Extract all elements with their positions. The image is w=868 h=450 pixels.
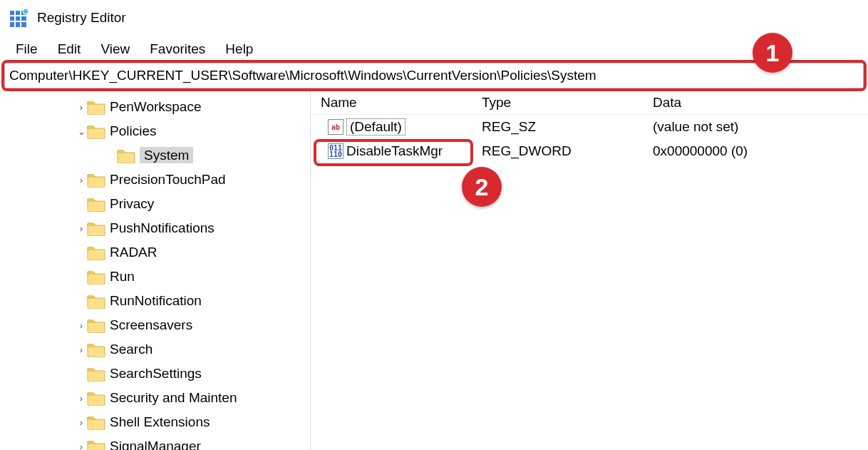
list-row-disabletaskmgr[interactable]: 011 110DisableTaskMgrREG_DWORD0x00000000… (311, 139, 868, 163)
tree-item-pushnotifications[interactable]: ›PushNotifications (0, 216, 310, 240)
list-header: Name Type Data (311, 91, 868, 115)
value-name: (Default) (346, 118, 405, 135)
tree-item-privacy[interactable]: Privacy (0, 192, 310, 216)
tree-item-label: Run (110, 269, 135, 285)
address-bar[interactable]: Computer\HKEY_CURRENT_USER\Software\Micr… (4, 63, 864, 88)
tree-item-label: SignalManager (110, 439, 201, 450)
tree-item-shell-extensions[interactable]: ›Shell Extensions (0, 410, 310, 434)
menu-edit[interactable]: Edit (48, 39, 91, 60)
dword-value-icon: 011 110 (328, 143, 343, 159)
col-data[interactable]: Data (653, 95, 868, 111)
folder-icon (87, 439, 105, 450)
tree-item-searchsettings[interactable]: SearchSettings (0, 362, 310, 386)
folder-icon (87, 414, 105, 430)
chevron-right-icon[interactable]: › (76, 320, 87, 331)
folder-icon (117, 148, 135, 163)
chevron-right-icon[interactable]: › (76, 441, 87, 451)
tree-item-precisiontouchpad[interactable]: ›PrecisionTouchPad (0, 168, 310, 192)
menu-file[interactable]: File (6, 39, 48, 60)
chevron-right-icon[interactable]: › (76, 223, 87, 234)
folder-icon (87, 366, 105, 382)
folder-icon (87, 293, 105, 309)
tree-item-label: SearchSettings (110, 366, 202, 382)
tree-item-radar[interactable]: RADAR (0, 240, 310, 265)
tree-item-system[interactable]: System (0, 143, 310, 168)
tree-item-runnotification[interactable]: RunNotification (0, 289, 310, 313)
tree-item-label: PrecisionTouchPad (110, 172, 226, 188)
value-data: (value not set) (653, 119, 868, 135)
folder-icon (87, 196, 105, 212)
folder-icon (87, 269, 105, 285)
menu-help[interactable]: Help (215, 39, 263, 60)
address-text: Computer\HKEY_CURRENT_USER\Software\Micr… (9, 68, 596, 83)
value-data: 0x00000000 (0) (653, 143, 868, 159)
tree-item-label: System (140, 148, 193, 163)
chevron-right-icon[interactable]: › (76, 175, 87, 185)
menubar: File Edit View Favorites Help (0, 36, 868, 63)
list-row--default-[interactable]: ab(Default)REG_SZ(value not set) (311, 115, 868, 139)
chevron-right-icon[interactable]: › (76, 102, 87, 113)
folder-icon (87, 172, 105, 188)
tree-item-label: Privacy (110, 196, 154, 212)
tree-item-label: RADAR (110, 245, 157, 260)
tree-item-penworkspace[interactable]: ›PenWorkspace (0, 95, 310, 119)
tree-item-label: RunNotification (110, 293, 202, 309)
chevron-right-icon[interactable]: › (76, 393, 87, 404)
col-type[interactable]: Type (482, 95, 653, 111)
chevron-right-icon[interactable]: › (76, 344, 87, 355)
col-name[interactable]: Name (311, 95, 482, 111)
tree-item-label: Security and Mainten (110, 390, 237, 406)
folder-icon (87, 245, 105, 260)
tree-item-policies[interactable]: ⌄Policies (0, 119, 310, 143)
folder-icon (87, 220, 105, 236)
string-value-icon: ab (328, 119, 343, 135)
tree-item-signalmanager[interactable]: ›SignalManager (0, 434, 310, 450)
tree-item-label: Shell Extensions (110, 414, 210, 430)
folder-icon (87, 99, 105, 115)
tree-view[interactable]: ›PenWorkspace⌄PoliciesSystem›PrecisionTo… (0, 91, 311, 450)
chevron-down-icon[interactable]: ⌄ (76, 126, 87, 137)
folder-icon (87, 342, 105, 357)
tree-item-run[interactable]: Run (0, 265, 310, 289)
folder-icon (87, 390, 105, 406)
list-view[interactable]: Name Type Data ab(Default)REG_SZ(value n… (311, 91, 868, 450)
chevron-right-icon[interactable]: › (76, 417, 87, 428)
value-name: DisableTaskMgr (346, 143, 443, 159)
value-type: REG_DWORD (482, 143, 653, 159)
menu-favorites[interactable]: Favorites (140, 39, 215, 60)
app-icon (10, 9, 29, 27)
tree-item-label: PushNotifications (110, 220, 215, 236)
tree-item-label: Screensavers (110, 317, 192, 333)
tree-item-screensavers[interactable]: ›Screensavers (0, 313, 310, 337)
tree-item-label: Policies (110, 123, 156, 139)
tree-item-search[interactable]: ›Search (0, 337, 310, 362)
svg-point-5 (23, 9, 29, 14)
tree-item-label: PenWorkspace (110, 99, 202, 115)
window-title: Registry Editor (37, 10, 126, 26)
value-type: REG_SZ (482, 119, 653, 135)
tree-item-label: Search (110, 342, 153, 357)
menu-view[interactable]: View (91, 39, 140, 60)
tree-item-security-and-mainten[interactable]: ›Security and Mainten (0, 386, 310, 410)
folder-icon (87, 123, 105, 139)
folder-icon (87, 317, 105, 333)
titlebar: Registry Editor (0, 0, 868, 36)
